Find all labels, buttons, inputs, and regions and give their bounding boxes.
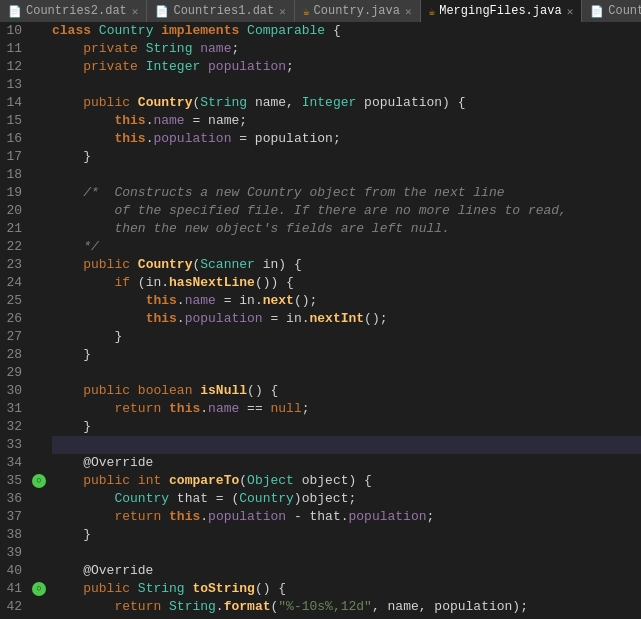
tab-label-countries2: Countries2.dat <box>26 4 127 18</box>
tab-country-java[interactable]: ☕ Country.java ✕ <box>295 0 421 22</box>
tab-mergingfiles-java[interactable]: ☕ MergingFiles.java ✕ <box>421 0 583 22</box>
line-12: private Integer population; <box>52 58 641 76</box>
tab-label-mergingfiles-java: MergingFiles.java <box>439 4 561 18</box>
line-26: this.population = in.nextInt(); <box>52 310 641 328</box>
line-32: } <box>52 418 641 436</box>
line-28: } <box>52 346 641 364</box>
line-11: private String name; <box>52 40 641 58</box>
line-42: return String.format("%-10s%,12d", name,… <box>52 598 641 616</box>
line-24: if (in.hasNextLine()) { <box>52 274 641 292</box>
tab-bar: 📄 Countries2.dat ✕ 📄 Countries1.dat ✕ ☕ … <box>0 0 641 22</box>
close-icon-countries2[interactable]: ✕ <box>132 5 139 18</box>
override-icon-35: ○ <box>32 474 46 488</box>
line-14: public Country(String name, Integer popu… <box>52 94 641 112</box>
line-10: class Country implements Comparable { <box>52 22 641 40</box>
line-18 <box>52 166 641 184</box>
line-35: public int compareTo(Object object) { <box>52 472 641 490</box>
line-15: this.name = name; <box>52 112 641 130</box>
line-33 <box>52 436 641 454</box>
line-40: @Override <box>52 562 641 580</box>
line-numbers: 10 11 12 13 14 15 16 17 18 19 20 21 22 2… <box>0 22 30 619</box>
line-34: @Override <box>52 454 641 472</box>
close-icon-countries1[interactable]: ✕ <box>279 5 286 18</box>
tab-icon-countries1: 📄 <box>155 5 169 18</box>
code-area: 10 11 12 13 14 15 16 17 18 19 20 21 22 2… <box>0 22 641 619</box>
line-19: /* Constructs a new Country object from … <box>52 184 641 202</box>
tab-label-countries-dat: Countries.dat <box>608 4 641 18</box>
tab-icon-countries-dat: 📄 <box>590 5 604 18</box>
line-29 <box>52 364 641 382</box>
line-13 <box>52 76 641 94</box>
line-39 <box>52 544 641 562</box>
line-36: Country that = (Country)object; <box>52 490 641 508</box>
tab-label-countries1: Countries1.dat <box>173 4 274 18</box>
line-41: public String toString() { <box>52 580 641 598</box>
line-20: of the specified file. If there are no m… <box>52 202 641 220</box>
tab-icon-country-java: ☕ <box>303 5 310 18</box>
line-17: } <box>52 148 641 166</box>
line-21: then the new object's fields are left nu… <box>52 220 641 238</box>
line-25: this.name = in.next(); <box>52 292 641 310</box>
line-23: public Country(Scanner in) { <box>52 256 641 274</box>
line-37: return this.population - that.population… <box>52 508 641 526</box>
tab-label-country-java: Country.java <box>314 4 400 18</box>
close-icon-mergingfiles-java[interactable]: ✕ <box>567 5 574 18</box>
close-icon-country-java[interactable]: ✕ <box>405 5 412 18</box>
line-31: return this.name == null; <box>52 400 641 418</box>
line-16: this.population = population; <box>52 130 641 148</box>
line-30: public boolean isNull() { <box>52 382 641 400</box>
tab-countries-dat[interactable]: 📄 Countries.dat ✕ <box>582 0 641 22</box>
tab-icon-mergingfiles-java: ☕ <box>429 5 436 18</box>
tab-countries1[interactable]: 📄 Countries1.dat ✕ <box>147 0 294 22</box>
line-38: } <box>52 526 641 544</box>
override-icon-41: ○ <box>32 582 46 596</box>
code-lines[interactable]: class Country implements Comparable { pr… <box>48 22 641 619</box>
tab-icon-countries2: 📄 <box>8 5 22 18</box>
gutter: ○ ○ <box>30 22 48 619</box>
line-27: } <box>52 328 641 346</box>
tab-countries2[interactable]: 📄 Countries2.dat ✕ <box>0 0 147 22</box>
line-22: */ <box>52 238 641 256</box>
